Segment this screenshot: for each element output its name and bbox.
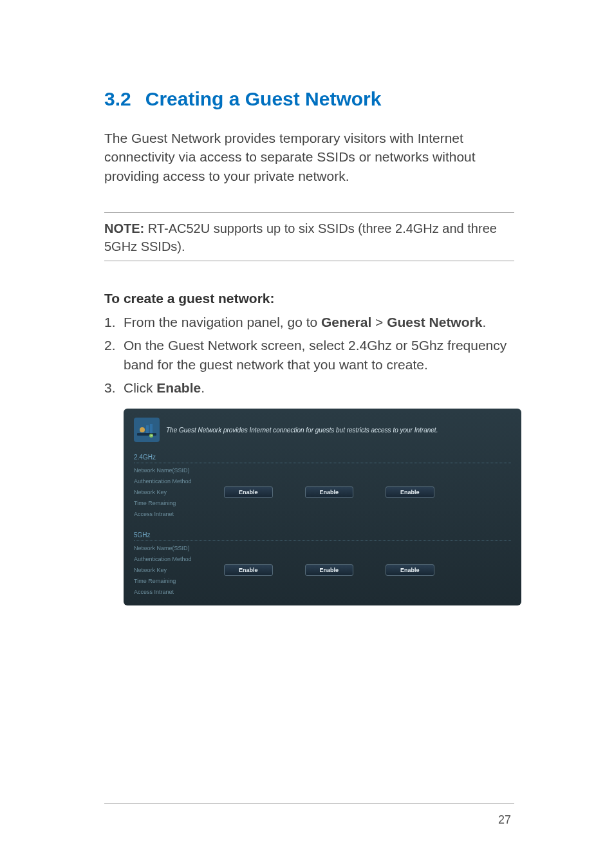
label-ssid: Network Name(SSID) bbox=[134, 467, 214, 474]
step-1: From the navigation panel, go to General… bbox=[104, 313, 514, 332]
label-auth: Authentication Method bbox=[134, 478, 214, 485]
enable-button-5-1[interactable]: Enable bbox=[224, 564, 273, 576]
page-number: 27 bbox=[498, 813, 511, 827]
note-text: RT-AC52U supports up to six SSIDs (three… bbox=[104, 221, 497, 254]
label-auth-5: Authentication Method bbox=[134, 556, 214, 562]
guest-network-icon bbox=[134, 418, 160, 442]
label-intranet-5: Access Intranet bbox=[134, 589, 214, 595]
band-title-24: 2.4GHz bbox=[134, 454, 511, 463]
guest-network-screenshot: The Guest Network provides Internet conn… bbox=[124, 409, 521, 605]
screenshot-header: The Guest Network provides Internet conn… bbox=[134, 418, 511, 442]
enable-button-24-2[interactable]: Enable bbox=[305, 486, 354, 498]
enable-button-24-3[interactable]: Enable bbox=[386, 486, 434, 498]
intro-paragraph: The Guest Network provides temporary vis… bbox=[104, 129, 514, 185]
enable-button-5-3[interactable]: Enable bbox=[386, 564, 434, 576]
step-3: Click Enable. bbox=[104, 378, 514, 398]
band-24ghz: 2.4GHz Network Name(SSID) Authentication… bbox=[134, 451, 511, 517]
section-number: 3.2 bbox=[104, 88, 131, 109]
subheading: To create a guest network: bbox=[104, 291, 514, 306]
band-5ghz: 5GHz Network Name(SSID) Authentication M… bbox=[134, 529, 511, 595]
enable-button-5-2[interactable]: Enable bbox=[305, 564, 354, 576]
label-key-5: Network Key bbox=[134, 567, 214, 573]
note-label: NOTE: bbox=[104, 221, 144, 235]
label-time-5: Time Remaining bbox=[134, 578, 214, 584]
steps-list: From the navigation panel, go to General… bbox=[104, 313, 514, 397]
svg-rect-0 bbox=[137, 433, 156, 436]
label-key: Network Key bbox=[134, 489, 214, 495]
svg-rect-2 bbox=[146, 425, 149, 433]
section-heading: 3.2Creating a Guest Network bbox=[104, 87, 514, 111]
screenshot-description: The Guest Network provides Internet conn… bbox=[166, 426, 438, 434]
footer-divider bbox=[104, 803, 514, 804]
section-title: Creating a Guest Network bbox=[145, 88, 382, 109]
note-box: NOTE: RT-AC52U supports up to six SSIDs … bbox=[104, 212, 514, 261]
svg-rect-3 bbox=[150, 424, 153, 433]
label-intranet: Access Intranet bbox=[134, 511, 214, 517]
step-2: On the Guest Network screen, select 2.4G… bbox=[104, 336, 514, 374]
svg-point-1 bbox=[140, 427, 145, 432]
label-ssid-5: Network Name(SSID) bbox=[134, 545, 214, 551]
band-title-5: 5GHz bbox=[134, 531, 511, 540]
label-time: Time Remaining bbox=[134, 500, 214, 506]
enable-button-24-1[interactable]: Enable bbox=[224, 486, 273, 498]
